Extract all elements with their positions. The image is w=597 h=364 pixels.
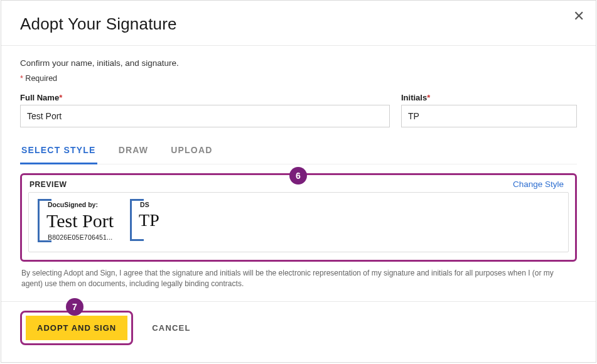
initials-script: TP xyxy=(139,211,159,229)
initials-field: Initials* xyxy=(401,93,577,127)
bracket-icon xyxy=(38,240,51,242)
signature-script: Test Port xyxy=(46,211,114,230)
full-name-input[interactable] xyxy=(20,105,390,127)
preview-section-highlight: PREVIEW Change Style DocuSigned by: Test… xyxy=(20,173,577,262)
modal-footer: ADOPT AND SIGN CANCEL xyxy=(1,301,596,356)
preview-box: DocuSigned by: Test Port B8026E05E706451… xyxy=(28,192,569,252)
preview-label: PREVIEW xyxy=(30,180,67,189)
close-icon: ✕ xyxy=(573,8,584,24)
bracket-icon xyxy=(130,199,144,201)
modal-header: Adopt Your Signature ✕ xyxy=(1,1,596,46)
tab-draw[interactable]: DRAW xyxy=(117,140,150,164)
bracket-icon xyxy=(130,239,144,241)
tab-select-style[interactable]: SELECT STYLE xyxy=(20,140,97,164)
bracket-icon xyxy=(38,199,51,201)
callout-badge-6: 6 xyxy=(289,167,307,185)
cancel-button[interactable]: CANCEL xyxy=(148,323,194,333)
initials-tag: DS xyxy=(140,201,159,208)
adopt-button-highlight: ADOPT AND SIGN xyxy=(20,311,133,345)
signature-preview: DocuSigned by: Test Port B8026E05E706451… xyxy=(38,199,117,242)
signature-hash: B8026E05E706451... xyxy=(48,233,114,241)
bracket-icon xyxy=(130,199,132,241)
required-asterisk-icon: * xyxy=(427,93,430,102)
name-initials-row: Full Name* Initials* xyxy=(20,93,577,127)
initials-preview: DS TP xyxy=(130,199,163,241)
full-name-label: Full Name* xyxy=(20,93,390,102)
required-note-text: Required xyxy=(23,74,57,83)
full-name-field: Full Name* xyxy=(20,93,390,127)
initials-label: Initials* xyxy=(401,93,577,102)
close-button[interactable]: ✕ xyxy=(571,7,587,26)
initials-hash-spacer xyxy=(140,232,159,240)
bracket-icon xyxy=(38,199,40,242)
style-tabs: SELECT STYLE DRAW UPLOAD xyxy=(20,140,577,164)
required-note: * Required xyxy=(20,74,577,83)
modal-title: Adopt Your Signature xyxy=(20,14,577,34)
change-style-link[interactable]: Change Style xyxy=(509,179,567,190)
adopt-and-sign-button[interactable]: ADOPT AND SIGN xyxy=(26,316,127,340)
tab-upload[interactable]: UPLOAD xyxy=(169,140,213,164)
adopt-signature-modal: Adopt Your Signature ✕ Confirm your name… xyxy=(1,0,596,363)
required-asterisk-icon: * xyxy=(59,93,62,102)
callout-badge-7: 7 xyxy=(66,298,83,316)
signature-frame: DocuSigned by: Test Port B8026E05E706451… xyxy=(38,199,117,242)
initials-frame: DS TP xyxy=(130,199,163,241)
signature-tag: DocuSigned by: xyxy=(48,201,114,208)
instruction-text: Confirm your name, initials, and signatu… xyxy=(20,58,577,68)
initials-input[interactable] xyxy=(401,105,577,127)
disclaimer-text: By selecting Adopt and Sign, I agree tha… xyxy=(21,268,576,290)
